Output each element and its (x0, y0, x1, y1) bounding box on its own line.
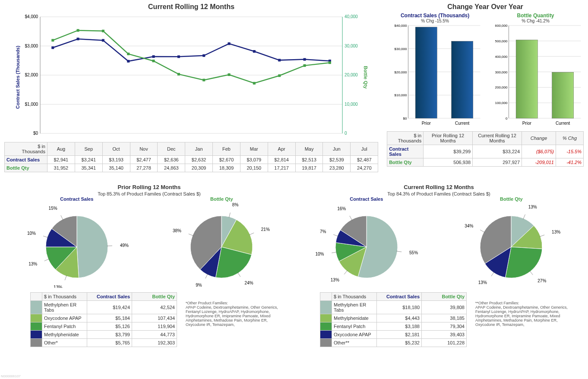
month-h: Dec (158, 142, 185, 156)
current-bq-pie: Bottle Qty 13%13%27%13%34% (455, 196, 567, 288)
table-row: Methylphenidate$3,79944,773 (31, 331, 177, 339)
cell: $2,181 (377, 331, 422, 339)
month-h: Nov (130, 142, 158, 156)
yoy-bq-chart: Bottle Quantity % Chg -41.2% 0100,000200… (487, 13, 584, 127)
swatch (320, 314, 332, 322)
svg-text:Bottle Qty: Bottle Qty (363, 66, 368, 89)
svg-rect-53 (415, 27, 437, 118)
svg-rect-25 (253, 50, 256, 53)
svg-text:Prior: Prior (422, 121, 431, 126)
cell: 39,808 (422, 301, 467, 314)
rolling12-title: Current Rolling 12 Months (4, 3, 378, 11)
svg-text:500,000: 500,000 (495, 39, 508, 43)
col-h: Bottle Qty (132, 293, 177, 301)
svg-text:Prior: Prior (522, 121, 532, 126)
table-row: Fentanyl Patch$3,18879,304 (320, 322, 467, 331)
swatch (31, 301, 42, 314)
cell: 23,280 (323, 164, 351, 172)
row-label: Contract Sales (387, 145, 424, 158)
svg-text:10%: 10% (27, 231, 36, 236)
table-row: Oxycodone APAP$5,184107,434 (31, 314, 177, 322)
prior-footnote: *Other Product Families: APAP Codeine, D… (186, 301, 281, 327)
svg-text:0: 0 (506, 117, 508, 120)
swatch (320, 301, 332, 314)
svg-text:$0: $0 (403, 117, 407, 120)
svg-text:13%: 13% (552, 230, 560, 234)
svg-line-99 (344, 270, 348, 274)
cell: 27,278 (130, 164, 158, 172)
svg-rect-55 (452, 41, 473, 118)
svg-text:55%: 55% (409, 250, 418, 255)
svg-text:49%: 49% (120, 243, 129, 248)
svg-rect-33 (152, 60, 155, 62)
cell: $5,765 (87, 339, 132, 347)
svg-rect-37 (253, 82, 256, 85)
month-h: Jan (185, 142, 213, 156)
svg-text:13%: 13% (54, 285, 62, 288)
cell: Other** (332, 339, 377, 347)
svg-line-85 (61, 215, 63, 220)
col-h: Bottle Qty (422, 293, 467, 301)
prior-title: Prior Rolling 12 Months (4, 184, 294, 190)
cell: Fentanyl Patch (42, 322, 87, 331)
cell: 20,309 (185, 164, 213, 172)
svg-rect-29 (51, 39, 54, 41)
prior-product-table: $ in ThousandsContract SalesBottle Qty M… (30, 292, 177, 347)
svg-rect-23 (202, 54, 205, 57)
svg-line-115 (480, 230, 485, 232)
svg-text:Current: Current (556, 121, 570, 126)
svg-text:$2,000: $2,000 (25, 73, 38, 77)
month-h: Jul (351, 142, 378, 156)
cell: 44,773 (132, 331, 177, 339)
cell: $2,670 (213, 156, 240, 164)
current-cs-pie: Contract Sales 55%13%10%7%16% (310, 196, 423, 288)
prior-bq-pie: Bottle Qty 8%21%24%9%38% (165, 196, 278, 288)
svg-rect-27 (303, 58, 306, 61)
svg-text:300,000: 300,000 (495, 70, 508, 74)
svg-text:13%: 13% (478, 280, 487, 285)
col-h: $ in Thousands (42, 293, 87, 301)
svg-text:34%: 34% (465, 224, 474, 228)
pie-title: Contract Sales (310, 196, 423, 202)
yoy-bq-sub: % Chg -41.2% (487, 19, 584, 23)
cell: 101,228 (422, 339, 467, 347)
cell: 39,403 (422, 331, 467, 339)
cell: $2,539 (323, 156, 351, 164)
svg-text:100,000: 100,000 (495, 101, 508, 105)
current-footnote: **Other Product Families: APAP Codeine, … (475, 301, 570, 327)
prior-sub: Top 85.3% of Product Familes (Contract S… (4, 191, 294, 196)
month-h: Apr (268, 142, 295, 156)
pie-title: Bottle Qty (455, 196, 567, 202)
cell: 19,817 (295, 164, 323, 172)
cell: Methylphenidate (42, 331, 87, 339)
month-h: Jun (323, 142, 351, 156)
svg-text:13%: 13% (331, 278, 339, 282)
cell: $19,424 (87, 301, 132, 314)
cell: Oxycodone APAP (42, 314, 87, 322)
svg-rect-24 (228, 42, 231, 45)
cell: $39,299 (424, 145, 473, 158)
row-label: Bottle Qty (387, 158, 424, 167)
svg-rect-26 (278, 59, 281, 61)
svg-rect-38 (278, 74, 281, 77)
month-h: Mar (240, 142, 268, 156)
table-row: Other**$5,232101,228 (320, 339, 467, 347)
svg-text:400,000: 400,000 (495, 55, 508, 59)
svg-text:30,000: 30,000 (345, 44, 358, 48)
cell: 42,524 (132, 301, 177, 314)
col-h: Change (522, 132, 556, 145)
yoy-table: $ in Thousands Prior Rolling 12 Months C… (387, 131, 584, 167)
svg-text:7%: 7% (320, 229, 326, 234)
yoy-title: Change Year Over Year (387, 3, 584, 11)
col-h: Prior Rolling 12 Months (424, 132, 473, 145)
svg-rect-74 (552, 72, 574, 118)
cell: 24,863 (158, 164, 185, 172)
cell: Methylphenidate (332, 314, 377, 322)
swatch (31, 339, 42, 347)
svg-text:0: 0 (345, 131, 347, 136)
pie-title: Contract Sales (21, 196, 133, 202)
col-h: Contract Sales (377, 293, 422, 301)
svg-text:$10,000: $10,000 (395, 93, 407, 97)
cell: 107,434 (132, 314, 177, 322)
cell: $3,188 (377, 322, 422, 331)
